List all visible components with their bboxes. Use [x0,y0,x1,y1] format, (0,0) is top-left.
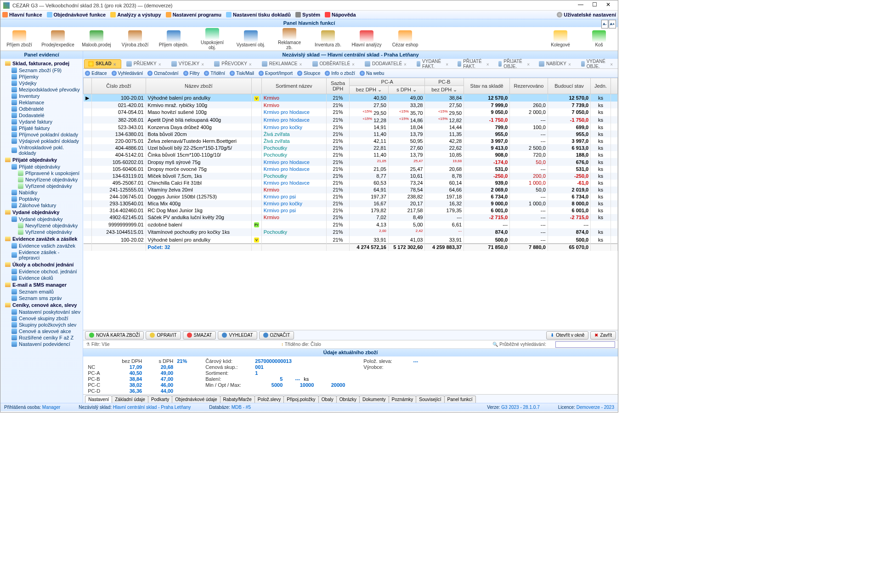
sidebar-group[interactable]: E-mail a SMS manager [0,281,83,288]
tab-přijaté-fakt-[interactable]: PŘIJATÉ FAKT.× [453,59,493,68]
table-row[interactable]: 4902-62145.01Sáček PV andulka luční květ… [84,214,618,221]
sidebar-item[interactable]: Inventury [0,93,83,99]
toolbar-maloob-prodej[interactable]: Maloob.prodej [81,30,112,47]
close-button[interactable]: ✕ [601,1,615,10]
subtool-označování[interactable]: Označování [147,71,178,76]
tab-příjemky[interactable]: PŘÍJEMKY× [122,59,166,68]
sidebar-group[interactable]: Evidence zavážek a zásilek [0,235,83,243]
edit-button[interactable]: OPRAVIT [146,331,181,339]
tab-close-icon[interactable]: × [404,62,407,66]
detail-tab-nastavení[interactable]: Nastavení [85,396,112,403]
tab-close-icon[interactable]: × [610,62,613,66]
detail-tab-dokumenty[interactable]: Dokumenty [359,396,389,403]
subtool-info-o-zboží[interactable]: Info o zboží [325,71,355,76]
sidebar-item[interactable]: Vydané objednávky [0,216,83,222]
sidebar-item[interactable]: Mezipodskladové převodky [0,86,83,93]
subtool-na-webu[interactable]: Na webu [360,71,384,76]
subtool-vyhledávání[interactable]: Vyhledávání [112,71,143,76]
table-row[interactable]: ▶100-20.01Výhodné balení pro andulkyVKrm… [84,94,618,102]
toolbar-kolegové[interactable]: Kolegové [545,30,576,47]
table-row[interactable]: 244-106745.01Doggys Junior 150tbl (12575… [84,193,618,200]
sidebar-item[interactable]: Nastavení podevidencí [0,341,83,347]
detail-tab-objednávkové-údaje[interactable]: Objednávkové údaje [172,396,220,403]
sidebar-group[interactable]: Ceníky, cenové akce, slevy [0,301,83,309]
detail-tab-panel-funkcí[interactable]: Panel funkcí [444,396,476,403]
sidebar-item[interactable]: Cenové a slevové akce [0,328,83,334]
col-cislo[interactable]: Číslo zboží [92,78,146,94]
sidebar-item[interactable]: Výdejky [0,80,83,86]
detail-tab-polož-slevy[interactable]: Polož.slevy [254,396,284,403]
sidebar-item[interactable]: Nastavení poskytování slev [0,309,83,315]
table-row[interactable]: 243-104451S.01Vitamínové pochoutky pro k… [84,228,618,236]
subtool-filtry[interactable]: Filtry [183,71,200,76]
grid-wrapper[interactable]: Číslo zboží Název zboží Sortiment název … [83,78,618,330]
sidebar-group[interactable]: Úkoly a obchodní jednání [0,261,83,268]
table-row[interactable]: 382-208.01Apetit Dýně bílá neloupaná 400… [84,116,618,124]
tab-close-icon[interactable]: × [158,62,162,66]
table-row[interactable]: 314-402460.01RC Dog Maxi Junior 1kgKrmiv… [84,207,618,214]
col-pca-s[interactable]: s DPH ⌄ [388,86,425,94]
sidebar-group[interactable]: Vydané objednávky [0,209,83,216]
detail-tab-rabaty-marže[interactable]: Rabaty/Marže [220,396,255,403]
minimize-button[interactable]: — [574,1,588,10]
menu-user-settings[interactable]: Uživatelské nastavení [557,12,616,17]
table-row[interactable]: 293-130540.01Míca Mix 400gKrmivo pro koč… [84,200,618,207]
toolbar-koš[interactable]: Koš [584,30,614,47]
table-row[interactable]: 9999999999.01ozdobné baleníPr21%4,135,00… [84,221,618,228]
col-pcb[interactable]: PC-B [425,78,464,86]
sidebar-group[interactable]: Přijaté objednávky [0,156,83,164]
toolbar-příjem-zboží[interactable]: Příjem zboží [4,30,34,47]
detail-tab-obrázky[interactable]: Obrázky [336,396,360,403]
tab-reklamace[interactable]: REKLAMACE× [258,59,307,68]
toolbar-vystavení-obj-[interactable]: Vystavení obj. [236,30,266,47]
menu-nápověda[interactable]: Nápověda [325,12,356,17]
table-row[interactable]: 100-20.02Výhodné balení pro andulkyV21%3… [84,236,618,244]
sidebar-item[interactable]: Zálohové faktury [0,202,83,209]
sidebar-subitem[interactable]: Nevyřízené objednávky [0,176,83,183]
sidebar-item[interactable]: Výdajové pokladní doklady [0,138,83,144]
toolbar-výroba-zboží[interactable]: Výroba zboží [120,30,150,47]
sidebar-item[interactable]: Dodavatelé [0,112,83,119]
detail-tab-připoj-položky[interactable]: Připoj.položky [283,396,318,403]
tab-close-icon[interactable]: × [568,62,572,66]
toolbar-prodej-expedice[interactable]: Prodej/expedice [43,30,73,47]
detail-tab-související[interactable]: Související [416,396,444,403]
sidebar-item[interactable]: Cenové skupiny zboží [0,315,83,322]
toolbar-inventura-zb-[interactable]: Inventura zb. [313,30,343,47]
col-nazev[interactable]: Název zboží [146,78,251,94]
search-input[interactable] [555,341,615,348]
subtool-sloupce[interactable]: Sloupce [297,71,320,76]
menu-hlavní-funkce[interactable]: Hlavní funkce [2,12,42,17]
menu-analýzy-a-výstupy[interactable]: Analýzy a výstupy [110,12,161,17]
sidebar-item[interactable]: Přijaté objednávky [0,164,83,170]
table-row[interactable]: 404-5142.01Činka bůvolí 15cm*100-110g/10… [84,151,618,158]
font-smaller-button[interactable]: A- [601,20,608,28]
tab-close-icon[interactable]: × [527,62,530,66]
menu-nastavení-tisku-dokladů[interactable]: Nastavení tisku dokladů [226,12,291,17]
col-rez[interactable]: Rezervováno [510,78,548,94]
table-row[interactable]: 523-343.01Konzerva Daya drůbež 400gKrmiv… [84,124,618,130]
search-button[interactable]: VYHLEDAT [218,331,257,339]
table-row[interactable]: 495-25067.01Chinchilla Calci Fit 31tblKr… [84,180,618,187]
tab-close-icon[interactable]: × [352,62,356,66]
table-row[interactable]: 105-60202.01Dropsy myš sýrové 75gKrmivo … [84,158,618,166]
subtool-editace[interactable]: Editace [85,71,107,76]
col-sortiment[interactable]: Sortiment název [261,78,326,94]
table-row[interactable]: 021-420.01Krmivo mraž. rybičky 100gKrmiv… [84,102,618,108]
tab-close-icon[interactable]: × [201,62,205,66]
sidebar-item[interactable]: Seznam emailů [0,288,83,295]
tab-dodavatelé[interactable]: DODAVATELÉ× [361,59,412,68]
sidebar-item[interactable]: Evidence vašich zavážek [0,243,83,249]
table-row[interactable]: 074-054.01Maso hovězí sušené 100gKrmivo … [84,108,618,116]
menu-nastavení-programu[interactable]: Nastavení programu [166,12,221,17]
col-pca-bez[interactable]: bez DPH ⌄ [350,86,389,94]
table-row[interactable]: 134-63119.01Míček bůvolí 7,5cm, 1ksPocho… [84,173,618,180]
tab-sklad[interactable]: SKLAD× [84,59,121,68]
tab-vydané-obje-[interactable]: VYDANÉ OBJE.× [577,59,617,68]
table-row[interactable]: 404-4886.01Uzel bůvolí bílý 22-25cm*150-… [84,144,618,151]
new-card-button[interactable]: NOVÁ KARTA ZBOŽÍ [85,331,144,339]
col-bud[interactable]: Budoucí stav [548,78,590,94]
tab-výdejky[interactable]: VÝDEJKY× [167,59,209,68]
col-jedn[interactable]: Jedn. [591,78,611,94]
tab-přijaté-obje-[interactable]: PŘIJATÉ OBJE.× [494,59,534,68]
